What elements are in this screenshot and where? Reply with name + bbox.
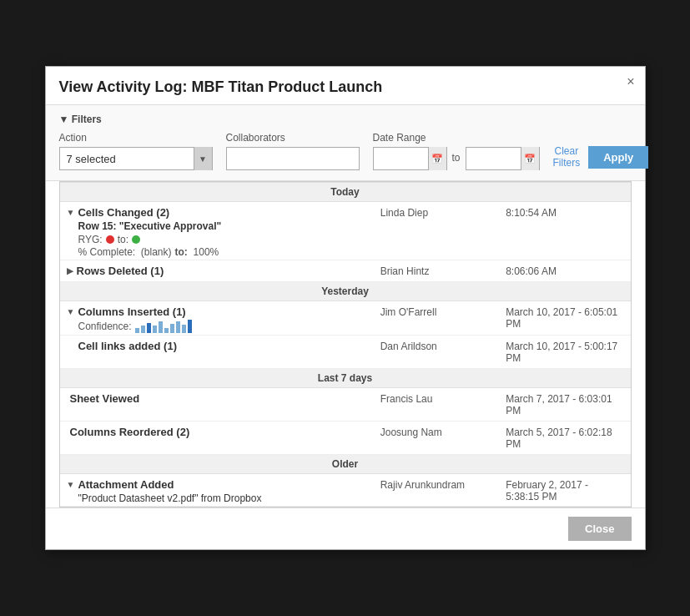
collapse-icon[interactable]: ▼ (67, 480, 75, 489)
ryg-label: RYG: (78, 234, 103, 245)
complete-detail: % Complete: (blank) to: 100% (67, 246, 367, 258)
dot-red-icon (106, 235, 114, 244)
timestamp-cell: March 10, 2017 - 5:00:17 PM (499, 336, 630, 369)
section-label-today: Today (60, 183, 631, 202)
activity-label: Cells Changed (2) (78, 206, 169, 219)
activity-main: Columns Reordered (2) (67, 426, 367, 438)
complete-label: % Complete: (blank) (78, 246, 172, 258)
table-row: Columns Reordered (2) Joosung Nam March … (60, 422, 631, 455)
dot-green-icon (132, 235, 140, 244)
activity-label: Cell links added (1) (67, 340, 177, 352)
close-icon[interactable]: × (627, 75, 634, 88)
timestamp-cell: March 10, 2017 - 6:05:01 PM (499, 301, 630, 336)
collaborator-cell: Linda Diep (374, 202, 499, 260)
collaborator-cell: Rajiv Arunkundram (374, 474, 499, 507)
date-to-wrap: 📅 (466, 147, 540, 170)
log-table: Today ▼ Cells Changed (2) Row 15: "Execu… (60, 182, 631, 507)
bar-9 (182, 325, 186, 333)
modal-header: View Activity Log: MBF Titan Product Lau… (46, 67, 645, 105)
collaborators-filter-group: Collaborators (226, 132, 360, 170)
activity-label: Columns Inserted (1) (78, 305, 185, 318)
log-container: Today ▼ Cells Changed (2) Row 15: "Execu… (59, 181, 632, 507)
timestamp-cell: 8:10:54 AM (499, 202, 630, 260)
modal-dialog: View Activity Log: MBF Titan Product Lau… (45, 66, 646, 550)
close-footer-button[interactable]: Close (568, 517, 631, 541)
filter-actions: Clear Filters Apply (553, 145, 649, 170)
calendar-from-icon[interactable]: 📅 (428, 147, 446, 170)
action-dropdown-btn[interactable]: ▼ (194, 147, 212, 170)
section-label-last7: Last 7 days (60, 369, 631, 388)
activity-cell: Columns Reordered (2) (60, 422, 374, 455)
table-row: ▼ Columns Inserted (1) Confidence: (60, 301, 631, 336)
section-header-yesterday: Yesterday (60, 282, 631, 301)
chevron-down-icon: ▼ (199, 154, 207, 164)
filters-row: Action 7 selected ▼ Collaborators Date R… (59, 132, 632, 170)
clear-filters-button[interactable]: Clear Filters (553, 145, 581, 169)
bar-3 (147, 323, 151, 333)
confidence-chart (135, 320, 192, 333)
collaborator-cell: Jim O'Farrell (374, 301, 499, 336)
bar-1 (135, 328, 139, 333)
collapse-icon[interactable]: ▼ (67, 307, 75, 316)
table-row: Cell links added (1) Dan Arildson March … (60, 336, 631, 369)
activity-main: ▼ Columns Inserted (1) (67, 305, 367, 318)
activity-cell: ▶ Rows Deleted (1) (60, 260, 374, 282)
collaborators-input[interactable] (226, 147, 360, 170)
filters-toggle[interactable]: ▼ Filters (59, 114, 632, 125)
date-to-input[interactable] (466, 148, 521, 169)
collaborator-cell: Brian Hintz (374, 260, 499, 282)
collaborator-cell: Francis Lau (374, 388, 499, 422)
activity-cell: ▼ Attachment Added "Product Datasheet v2… (60, 474, 374, 507)
bar-10 (188, 320, 192, 333)
action-select[interactable]: 7 selected ▼ (59, 147, 213, 170)
action-filter-group: Action 7 selected ▼ (59, 132, 213, 170)
action-select-value: 7 selected (60, 153, 194, 165)
activity-main: Sheet Viewed (67, 392, 367, 405)
action-label: Action (59, 132, 213, 144)
bar-4 (153, 326, 157, 333)
date-range-label: Date Range (373, 132, 540, 144)
bar-8 (176, 321, 180, 333)
activity-cell: ▼ Cells Changed (2) Row 15: "Executive A… (60, 202, 374, 260)
collaborators-label: Collaborators (226, 132, 360, 144)
calendar-to-icon[interactable]: 📅 (521, 147, 539, 170)
apply-button[interactable]: Apply (588, 146, 648, 169)
activity-cell: Cell links added (1) (60, 336, 374, 369)
section-label-yesterday: Yesterday (60, 282, 631, 301)
collaborator-cell: Joosung Nam (374, 422, 499, 455)
timestamp-cell: February 2, 2017 - 5:38:15 PM (499, 474, 630, 507)
collapse-icon[interactable]: ▼ (67, 208, 75, 217)
activity-cell: ▼ Columns Inserted (1) Confidence: (60, 301, 374, 336)
activity-label: Columns Reordered (2) (67, 426, 190, 438)
table-row: ▼ Attachment Added "Product Datasheet v2… (60, 474, 631, 507)
date-range-wrap: 📅 to 📅 (373, 147, 540, 170)
activity-main: ▶ Rows Deleted (1) (67, 265, 367, 277)
confidence-label: Confidence: (78, 321, 132, 332)
timestamp-cell: March 7, 2017 - 6:03:01 PM (499, 388, 630, 422)
activity-sub: "Product Datasheet v2.pdf" from Dropbox (67, 492, 367, 504)
section-header-today: Today (60, 183, 631, 202)
bar-6 (164, 328, 169, 333)
table-row: Sheet Viewed Francis Lau March 7, 2017 -… (60, 388, 631, 422)
expand-icon[interactable]: ▶ (67, 266, 73, 275)
date-from-wrap: 📅 (373, 147, 447, 170)
activity-main: ▼ Cells Changed (2) (67, 206, 367, 219)
modal-footer: Close (46, 507, 645, 549)
activity-label: Attachment Added (78, 478, 174, 491)
section-header-last7: Last 7 days (60, 369, 631, 388)
section-label-older: Older (60, 455, 631, 474)
log-table-body: Today ▼ Cells Changed (2) Row 15: "Execu… (60, 183, 631, 507)
to-label-complete: to: 100% (175, 246, 219, 258)
activity-cell: Sheet Viewed (60, 388, 374, 422)
collaborator-cell: Dan Arildson (374, 336, 499, 369)
activity-label: Sheet Viewed (67, 392, 140, 405)
modal-overlay: View Activity Log: MBF Titan Product Lau… (0, 0, 690, 616)
timestamp-cell: 8:06:06 AM (499, 260, 630, 282)
to-label-ryg: to: (118, 234, 128, 245)
bar-5 (159, 321, 163, 333)
activity-main: ▼ Attachment Added (67, 478, 367, 491)
table-row: ▼ Cells Changed (2) Row 15: "Executive A… (60, 202, 631, 260)
to-label: to (452, 152, 461, 164)
activity-label: Rows Deleted (1) (77, 265, 164, 277)
date-from-input[interactable] (374, 148, 428, 169)
